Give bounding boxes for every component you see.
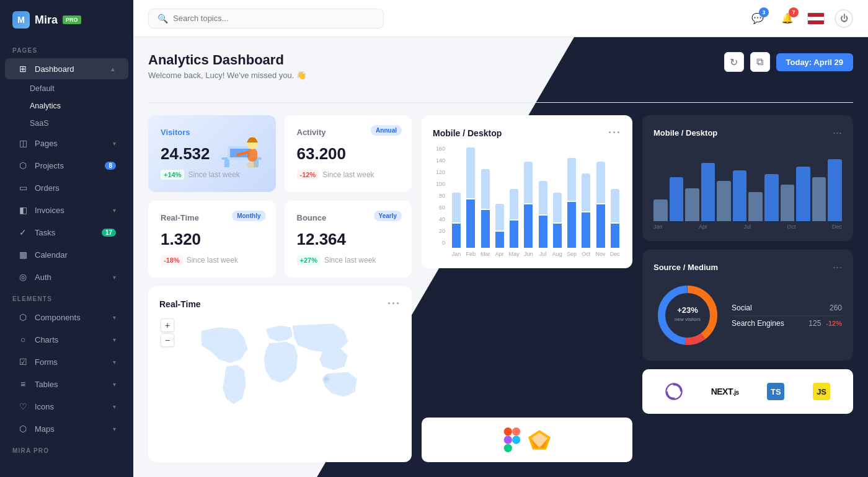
- visitors-card: Visitors 24.532 +14% Since last week: [148, 115, 276, 192]
- orders-icon: ▭: [17, 183, 29, 193]
- projects-icon: ⬡: [17, 160, 29, 170]
- dark-chart-more[interactable]: ···: [833, 126, 842, 139]
- activity-delta: -12%: [297, 170, 319, 180]
- chevron-icon: ▾: [113, 314, 116, 321]
- sidebar-item-orders[interactable]: ▭ Orders: [5, 177, 128, 198]
- sidebar-sub-analytics[interactable]: Analytics: [0, 97, 133, 115]
- mobile-bar: [524, 162, 533, 203]
- realtime-period: Since last week: [187, 256, 238, 265]
- sidebar-item-dashboard[interactable]: ⊞ Dashboard ▲: [5, 58, 128, 79]
- calendar-icon: ▦: [17, 250, 29, 260]
- filter-button[interactable]: ⧉: [750, 52, 770, 72]
- search-delta: -12%: [826, 320, 842, 327]
- svg-text:new visitors: new visitors: [675, 317, 701, 322]
- bar-label: Aug: [552, 251, 562, 257]
- right-column: Mobile / Desktop ··· Jan Apr Jul Oct Dec: [642, 115, 853, 462]
- notifications-button[interactable]: 💬 3: [748, 9, 768, 28]
- search-input[interactable]: [173, 14, 374, 23]
- sidebar-item-auth[interactable]: ◎ Auth ▾: [5, 266, 128, 287]
- visitors-period: Since last week: [188, 170, 239, 179]
- visitors-value: 24.532: [161, 144, 264, 164]
- donut-svg: +23% new visitors: [653, 281, 722, 349]
- mobile-bar: [481, 169, 490, 209]
- today-button[interactable]: Today: April 29: [776, 53, 853, 71]
- sidebar-item-pages[interactable]: ◫ Pages ▾: [5, 133, 128, 154]
- mobile-bar: [596, 162, 605, 203]
- sidebar-item-forms[interactable]: ☑ Forms ▾: [5, 351, 128, 372]
- sidebar-item-tasks[interactable]: ✓ Tasks 17: [5, 222, 128, 243]
- sidebar-item-icons[interactable]: ♡ Icons ▾: [5, 396, 128, 417]
- page-title-area: Analytics Dashboard Welcome back, Lucy! …: [148, 52, 306, 80]
- chevron-icon: ▾: [113, 359, 116, 365]
- sidebar-item-tables[interactable]: ≡ Tables ▾: [5, 374, 128, 395]
- sidebar-sub-saas[interactable]: SaaS: [0, 115, 133, 132]
- source-social-row: Social 260: [732, 300, 842, 316]
- sidebar-item-maps[interactable]: ⬡ Maps ▾: [5, 418, 128, 439]
- invoices-icon: ◧: [17, 205, 29, 215]
- sidebar-item-charts[interactable]: ○ Charts ▾: [5, 329, 128, 350]
- sidebar-item-projects[interactable]: ⬡ Projects 8: [5, 155, 128, 176]
- mobile-bar: [611, 189, 619, 222]
- sidebar-item-invoices[interactable]: ◧ Invoices ▾: [5, 199, 128, 221]
- sidebar-item-label: Tasks: [35, 228, 95, 237]
- charts-icon: ○: [17, 335, 29, 344]
- dark-chart-labels: Jan Apr Jul Oct Dec: [653, 224, 842, 230]
- section-label-pages: PAGES: [0, 40, 133, 58]
- visitors-label: Visitors: [161, 128, 264, 137]
- refresh-button[interactable]: ↻: [724, 52, 744, 72]
- bar-label: Jul: [539, 251, 547, 257]
- language-selector[interactable]: [807, 12, 825, 25]
- mobile-bar: [466, 147, 475, 198]
- svg-point-25: [666, 383, 681, 399]
- section-label-mira-pro: MIRA PRO: [0, 440, 133, 458]
- dashboard-content: Analytics Dashboard Welcome back, Lucy! …: [133, 37, 868, 477]
- power-button[interactable]: ⏻: [835, 9, 853, 28]
- sidebar-item-components[interactable]: ⬡ Components ▾: [5, 307, 128, 328]
- svg-point-27: [673, 398, 675, 400]
- activity-card: Annual Activity 63.200 -12% Since last w…: [285, 115, 412, 192]
- topbar-actions: 💬 3 🔔 7 ⏻: [748, 9, 853, 28]
- chevron-icon: ▾: [113, 403, 116, 410]
- sidebar-item-label: Pages: [35, 139, 107, 148]
- map-more-button[interactable]: ···: [388, 297, 401, 310]
- realtime-badge: Monthly: [232, 211, 265, 221]
- realtime-card: Monthly Real-Time 1.320 -18% Since last …: [148, 201, 276, 278]
- alerts-button[interactable]: 🔔 7: [777, 9, 797, 28]
- page-header: Analytics Dashboard Welcome back, Lucy! …: [148, 52, 853, 80]
- donut-section: +23% new visitors Social 260 S: [653, 281, 842, 349]
- source-more-button[interactable]: ···: [833, 261, 842, 274]
- dark-bar: [812, 177, 826, 221]
- figma-icon: [503, 427, 521, 452]
- chart-container: 160 140 120 100 80 60 40 20 0: [433, 146, 621, 257]
- bounce-card: Yearly Bounce 12.364 +27% Since last wee…: [285, 201, 412, 278]
- dark-chart-header: Mobile / Desktop ···: [653, 126, 842, 139]
- bounce-badge: Yearly: [374, 211, 402, 221]
- bar-group: Jan: [450, 147, 463, 257]
- zoom-out-button[interactable]: −: [161, 333, 174, 347]
- social-label: Social: [732, 304, 752, 312]
- svg-point-26: [673, 383, 675, 385]
- sidebar-item-calendar[interactable]: ▦ Calendar: [5, 244, 128, 265]
- source-medium-card: Source / Medium ···: [642, 250, 853, 361]
- notifications-badge: 3: [759, 7, 769, 17]
- tech-logos-card: NEXT.js TS JS: [642, 369, 853, 414]
- bar-label: Apr: [495, 251, 504, 257]
- mobile-desktop-chart-card: Mobile / Desktop ··· 160 140 120 100 80: [422, 115, 632, 268]
- dark-bar-chart: [653, 147, 842, 221]
- chart-title: Mobile / Desktop: [433, 128, 502, 138]
- bar-group: Jun: [522, 147, 534, 257]
- sidebar-item-label: Components: [35, 313, 107, 322]
- sidebar-sub-default[interactable]: Default: [0, 80, 133, 97]
- bar-label: Feb: [466, 251, 476, 257]
- zoom-in-button[interactable]: +: [161, 318, 174, 332]
- dark-bar: [828, 159, 842, 221]
- bar-label: May: [509, 251, 520, 257]
- icons-icon: ♡: [17, 401, 29, 411]
- bar-label: Dec: [610, 251, 620, 257]
- activity-badge: Annual: [371, 125, 402, 136]
- chart-more-button[interactable]: ···: [608, 126, 621, 139]
- sketch-icon: [528, 430, 551, 450]
- sidebar-item-label: Forms: [35, 357, 107, 367]
- search-box[interactable]: 🔍: [148, 9, 384, 28]
- app-logo[interactable]: M Mira PRO: [0, 0, 133, 40]
